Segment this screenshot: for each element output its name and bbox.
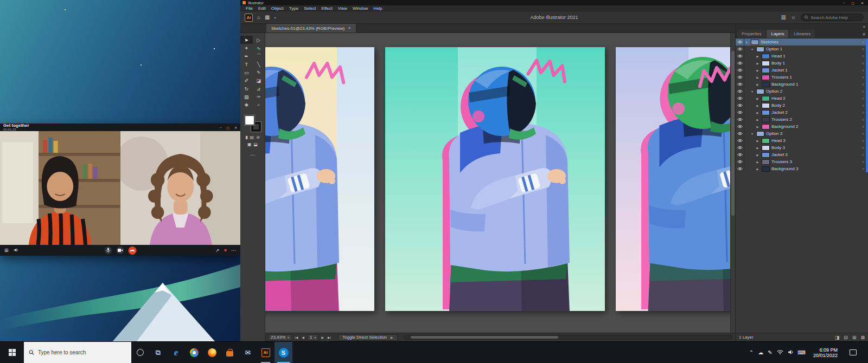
document-tab[interactable]: Sketches-01@23,43% (RGB/Preview) ✕ bbox=[266, 24, 356, 33]
last-artboard-button[interactable]: ▶| bbox=[327, 335, 332, 339]
layer-row-jacket-2[interactable]: ▶ Jacket 2 ○ bbox=[736, 109, 868, 116]
reaction-heart-icon[interactable]: ♥ bbox=[224, 248, 227, 253]
minimize-icon[interactable]: – bbox=[843, 1, 845, 5]
layer-target-icon[interactable]: ○ bbox=[862, 153, 864, 157]
expand-chevron-icon[interactable]: ▶ bbox=[755, 111, 760, 114]
layer-row-option-3[interactable]: ▼ Option 3 ○ bbox=[736, 130, 868, 137]
layer-target-icon[interactable]: ○ bbox=[862, 40, 864, 44]
vertical-scrollbar-thumb[interactable] bbox=[731, 51, 735, 216]
next-artboard-button[interactable]: ▶ bbox=[320, 335, 325, 339]
previous-artboard-button[interactable]: ◀ bbox=[301, 335, 305, 339]
vertical-scrollbar[interactable] bbox=[730, 33, 735, 333]
layer-name[interactable]: Trousers 2 bbox=[771, 117, 868, 122]
layer-name[interactable]: Head 2 bbox=[771, 96, 868, 101]
layer-name[interactable]: Background 2 bbox=[771, 124, 868, 129]
expand-chevron-icon[interactable]: ▼ bbox=[750, 48, 755, 51]
edit-toolbar-icon[interactable]: ⋯ bbox=[240, 152, 265, 158]
hand-tool[interactable]: ❖ bbox=[240, 101, 253, 109]
layer-target-icon[interactable]: ○ bbox=[862, 61, 864, 65]
expand-chevron-icon[interactable]: ▶ bbox=[755, 118, 760, 121]
fill-swatch[interactable] bbox=[245, 115, 254, 125]
expand-chevron-icon[interactable]: ▼ bbox=[744, 41, 749, 44]
expand-chevron-icon[interactable]: ▶ bbox=[755, 62, 760, 65]
layer-name[interactable]: Body 2 bbox=[771, 103, 868, 108]
horizontal-scrollbar[interactable] bbox=[404, 335, 732, 340]
expand-chevron-icon[interactable]: ▶ bbox=[755, 146, 760, 150]
layer-name[interactable]: Trousers 3 bbox=[771, 159, 868, 164]
expand-chevron-icon[interactable]: ▶ bbox=[755, 125, 760, 128]
mail-taskbar-button[interactable]: ✉ bbox=[239, 342, 257, 363]
visibility-eye-icon[interactable] bbox=[736, 88, 744, 95]
curvature-tool[interactable]: ⌒ bbox=[253, 52, 265, 60]
discover-lightbulb-icon[interactable]: ☼ bbox=[791, 15, 796, 20]
layer-name[interactable]: Jacket 1 bbox=[771, 68, 868, 73]
layer-row-body-3[interactable]: ▶ Body 3 ○ bbox=[736, 144, 868, 151]
maximize-icon[interactable]: ▢ bbox=[226, 126, 229, 129]
menu-item[interactable]: View bbox=[335, 6, 350, 11]
layer-target-icon[interactable]: ○ bbox=[862, 75, 864, 79]
edge-taskbar-button[interactable]: e bbox=[167, 342, 185, 363]
share-screen-icon[interactable]: ↗ bbox=[215, 248, 220, 253]
close-tab-icon[interactable]: ✕ bbox=[348, 26, 351, 30]
layer-target-icon[interactable]: ○ bbox=[862, 96, 864, 100]
volume-icon[interactable] bbox=[788, 349, 794, 356]
expand-chevron-icon[interactable]: ▶ bbox=[755, 83, 760, 86]
more-options-icon[interactable]: ⋯ bbox=[231, 248, 236, 253]
color-mode-button[interactable]: ▮ bbox=[245, 135, 247, 140]
cortana-button[interactable] bbox=[131, 342, 149, 363]
menu-item[interactable]: Type bbox=[286, 6, 301, 11]
visibility-eye-icon[interactable] bbox=[736, 95, 744, 102]
layer-name[interactable]: Option 3 bbox=[766, 131, 868, 136]
draw-mode-button[interactable]: ▣ bbox=[247, 142, 252, 147]
layer-row-background-1[interactable]: ▶ Background 1 ○ bbox=[736, 81, 868, 88]
layer-target-icon[interactable]: ○ bbox=[862, 118, 864, 121]
layer-target-icon[interactable]: ○ bbox=[862, 125, 864, 128]
scale-tool[interactable]: ⊿ bbox=[253, 85, 265, 93]
layer-target-icon[interactable]: ○ bbox=[862, 68, 864, 72]
menu-item[interactable]: File bbox=[243, 6, 256, 11]
expand-chevron-icon[interactable]: ▼ bbox=[750, 90, 755, 93]
layer-row-background-2[interactable]: ▶ Background 2 ○ bbox=[736, 123, 868, 130]
layer-target-icon[interactable]: ○ bbox=[862, 139, 864, 142]
expand-chevron-icon[interactable]: ▶ bbox=[755, 76, 760, 79]
delete-layer-icon[interactable]: ⊠ bbox=[860, 335, 865, 340]
menu-item[interactable]: Select bbox=[301, 6, 318, 11]
minimize-icon[interactable]: – bbox=[220, 126, 221, 129]
action-center-button[interactable] bbox=[845, 349, 860, 355]
visibility-eye-icon[interactable] bbox=[736, 109, 744, 116]
panel-menu-icon[interactable]: ≡ bbox=[863, 31, 865, 37]
home-icon[interactable]: ⌂ bbox=[257, 15, 260, 20]
artboard-number-select[interactable]: 1 ▾ bbox=[307, 334, 318, 341]
layer-row-jacket-3[interactable]: ▶ Jacket 3 ○ bbox=[736, 151, 868, 158]
mute-microphone-button[interactable] bbox=[104, 247, 112, 254]
menu-item[interactable]: Edit bbox=[256, 6, 269, 11]
horizontal-scrollbar-thumb[interactable] bbox=[411, 336, 558, 339]
visibility-eye-icon[interactable] bbox=[736, 53, 744, 60]
taskbar-search-input[interactable] bbox=[38, 349, 126, 355]
skype-taskbar-button[interactable]: S bbox=[275, 342, 292, 363]
help-search-input[interactable] bbox=[810, 15, 860, 20]
layer-target-icon[interactable]: ○ bbox=[862, 111, 864, 114]
visibility-eye-icon[interactable] bbox=[736, 137, 744, 144]
close-icon[interactable]: ✕ bbox=[861, 1, 864, 5]
status-menu-arrow-icon[interactable]: ▶ bbox=[391, 335, 393, 339]
layer-target-icon[interactable]: ○ bbox=[862, 89, 864, 93]
help-search-box[interactable] bbox=[801, 14, 864, 21]
visibility-eye-icon[interactable] bbox=[736, 74, 744, 81]
pencil-tool[interactable]: ✐ bbox=[240, 76, 253, 85]
expand-chevron-icon[interactable]: ▶ bbox=[755, 139, 760, 142]
menu-item[interactable]: Help bbox=[371, 6, 385, 11]
layer-name[interactable]: Body 3 bbox=[771, 145, 868, 150]
visibility-eye-icon[interactable] bbox=[736, 130, 744, 137]
visibility-eye-icon[interactable] bbox=[736, 38, 744, 46]
layer-name[interactable]: Option 1 bbox=[766, 47, 868, 51]
gallery-view-icon[interactable]: ⊞ bbox=[4, 248, 9, 253]
layer-target-icon[interactable]: ○ bbox=[862, 82, 864, 86]
zoom-level-select[interactable]: 23,43% ▾ bbox=[268, 334, 292, 341]
network-wifi-icon[interactable] bbox=[777, 349, 783, 356]
layer-row-background-3[interactable]: ▶ Background 3 ○ bbox=[736, 165, 868, 172]
eyedropper-tool[interactable]: ✑ bbox=[253, 93, 265, 101]
panel-tab[interactable]: Properties bbox=[737, 30, 765, 38]
visibility-eye-icon[interactable] bbox=[736, 144, 744, 151]
layer-target-icon[interactable]: ○ bbox=[862, 54, 864, 58]
